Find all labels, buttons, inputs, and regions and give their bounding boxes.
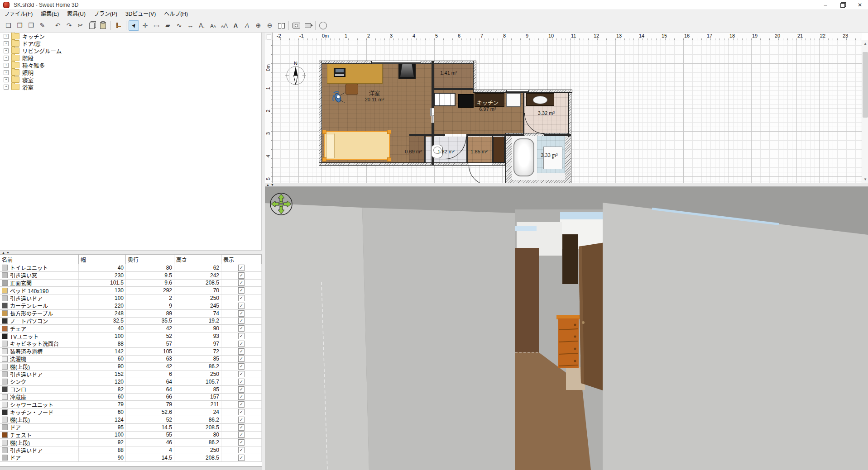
room-floor-1-85[interactable] bbox=[468, 137, 492, 162]
toggle-bold-button[interactable]: A bbox=[230, 20, 241, 31]
desk-chair[interactable] bbox=[345, 84, 358, 95]
open-button[interactable]: ❐ bbox=[14, 20, 25, 31]
expand-icon[interactable]: + bbox=[4, 77, 9, 82]
visible-checkbox[interactable]: ✓ bbox=[238, 333, 245, 339]
wall-interior[interactable] bbox=[544, 134, 571, 136]
photo-points-of-view-button[interactable] bbox=[276, 20, 286, 31]
menu-file[interactable]: ファイル(F) bbox=[0, 10, 37, 19]
menu-furniture[interactable]: 家具(U) bbox=[63, 10, 90, 19]
splitter-collapse-down-icon[interactable]: ▼ bbox=[271, 183, 274, 186]
cut-button[interactable]: ✂ bbox=[75, 20, 86, 31]
visible-checkbox[interactable]: ✓ bbox=[238, 409, 245, 415]
copy-button[interactable] bbox=[86, 20, 97, 31]
catalog-item-bedroom[interactable]: +寝室 bbox=[0, 76, 261, 83]
column-header-2[interactable]: 奥行 bbox=[126, 255, 174, 264]
table-row[interactable]: 引き違いドア1002250✓ bbox=[0, 294, 262, 302]
create-walls-button[interactable]: ▭ bbox=[151, 20, 162, 31]
visible-checkbox[interactable]: ✓ bbox=[238, 280, 245, 286]
plan-vertical-scrollbar[interactable]: ▲ ▼ bbox=[862, 40, 868, 183]
menu-help[interactable]: ヘルプ(H) bbox=[160, 10, 192, 19]
table-row[interactable]: カーテンレール2209245✓ bbox=[0, 302, 262, 310]
expand-icon[interactable]: + bbox=[4, 63, 9, 68]
table-row[interactable]: チェスト1005580✓ bbox=[0, 432, 262, 439]
create-video-button[interactable] bbox=[302, 20, 313, 31]
visible-checkbox[interactable]: ✓ bbox=[238, 439, 245, 446]
visible-checkbox[interactable]: ✓ bbox=[238, 303, 245, 309]
close-button[interactable]: ✕ bbox=[852, 0, 868, 10]
pan-button[interactable]: ✛ bbox=[140, 20, 150, 31]
scroll-down-icon[interactable]: ▼ bbox=[862, 176, 868, 183]
wall-interior[interactable] bbox=[466, 134, 524, 136]
toilet[interactable] bbox=[431, 145, 443, 158]
table-row[interactable]: シンク12064105.7✓ bbox=[0, 378, 262, 386]
table-row[interactable]: 棚(上段)1245286.2✓ bbox=[0, 416, 262, 424]
visible-checkbox[interactable]: ✓ bbox=[238, 432, 245, 438]
visible-checkbox[interactable]: ✓ bbox=[238, 348, 245, 355]
plan-canvas[interactable]: N bbox=[273, 40, 862, 183]
wall-right[interactable] bbox=[568, 93, 571, 137]
column-header-1[interactable]: 幅 bbox=[79, 255, 126, 264]
title-bar[interactable]: SK.sh3d - Sweet Home 3D – ✕ bbox=[0, 0, 868, 10]
menu-view3d[interactable]: 3Dビュー(V) bbox=[121, 10, 160, 19]
table-row[interactable]: キャビネット洗面台885797✓ bbox=[0, 340, 262, 348]
panel-divider[interactable] bbox=[262, 33, 265, 470]
table-row[interactable]: 長方形のテーブル2488974✓ bbox=[0, 310, 262, 318]
wall-closet-right[interactable] bbox=[473, 61, 476, 93]
help-button[interactable] bbox=[318, 20, 328, 31]
add-furniture-button[interactable] bbox=[113, 20, 124, 31]
wall-interior[interactable] bbox=[409, 134, 445, 136]
stove[interactable] bbox=[458, 94, 474, 108]
kitchen-counter[interactable] bbox=[475, 93, 504, 107]
observer-camera[interactable] bbox=[332, 91, 345, 104]
select-button[interactable]: ➤ bbox=[129, 20, 139, 31]
visible-checkbox[interactable]: ✓ bbox=[238, 265, 245, 271]
table-row[interactable]: チェア404290✓ bbox=[0, 325, 262, 332]
menu-plan[interactable]: プラン(P) bbox=[90, 10, 121, 19]
toggle-italic-button[interactable]: A bbox=[242, 20, 252, 31]
splitter-collapse-down-icon[interactable]: ▼ bbox=[6, 251, 10, 254]
zoom-in-button[interactable]: ⊕ bbox=[253, 20, 264, 31]
save-button[interactable]: ❒ bbox=[26, 20, 36, 31]
vanity-counter[interactable] bbox=[526, 93, 554, 106]
wall-left[interactable] bbox=[319, 61, 322, 166]
catalog-table-splitter[interactable]: ▲▼ bbox=[0, 250, 262, 255]
table-row[interactable]: 冷蔵庫6066157✓ bbox=[0, 394, 262, 401]
visible-checkbox[interactable]: ✓ bbox=[238, 272, 245, 279]
table-row[interactable]: ドア9514.5208.5✓ bbox=[0, 424, 262, 432]
3d-view[interactable] bbox=[265, 187, 868, 470]
increase-text-size-button[interactable] bbox=[219, 20, 230, 31]
catalog-item-miscellaneous[interactable]: +種々雑多 bbox=[0, 62, 261, 69]
tv-unit[interactable] bbox=[398, 63, 416, 79]
visible-checkbox[interactable]: ✓ bbox=[238, 394, 245, 400]
table-row[interactable]: トイレユニット408062✓ bbox=[0, 264, 262, 272]
create-photo-button[interactable] bbox=[291, 20, 302, 31]
table-row[interactable]: コンロ826485✓ bbox=[0, 386, 262, 394]
wall-interior[interactable] bbox=[424, 136, 426, 162]
expand-icon[interactable]: + bbox=[4, 48, 9, 53]
table-bottom-scroll-strip[interactable] bbox=[0, 466, 262, 470]
visible-checkbox[interactable]: ✓ bbox=[238, 356, 245, 362]
create-rooms-button[interactable]: ▰ bbox=[163, 20, 173, 31]
visible-checkbox[interactable]: ✓ bbox=[238, 341, 245, 347]
scrollbar-thumb[interactable] bbox=[863, 52, 868, 118]
wall-interior[interactable] bbox=[504, 136, 506, 162]
compass[interactable]: N bbox=[283, 59, 308, 86]
column-header-3[interactable]: 高さ bbox=[174, 255, 221, 264]
visible-checkbox[interactable]: ✓ bbox=[238, 424, 245, 431]
visible-checkbox[interactable]: ✓ bbox=[238, 287, 245, 294]
table-header[interactable]: 名前幅奥行高さ表示 bbox=[0, 255, 262, 264]
kitchen-cabinet[interactable] bbox=[506, 93, 521, 107]
expand-icon[interactable]: + bbox=[4, 56, 9, 61]
table-row[interactable]: 正面玄関101.59.6208.5✓ bbox=[0, 280, 262, 287]
table-row[interactable]: ノートパソコン32.535.519.2✓ bbox=[0, 318, 262, 325]
catalog-item-bathroom[interactable]: +浴室 bbox=[0, 83, 261, 90]
room-floor-closet[interactable] bbox=[434, 64, 473, 88]
splitter-collapse-up-icon[interactable]: ▲ bbox=[266, 183, 269, 186]
visible-checkbox[interactable]: ✓ bbox=[238, 386, 245, 393]
visible-checkbox[interactable]: ✓ bbox=[238, 401, 245, 408]
catalog-item-living-room[interactable]: +リビングルーム bbox=[0, 47, 261, 54]
table-row[interactable]: 引き違いドア1526250✓ bbox=[0, 370, 262, 378]
catalog-item-lighting[interactable]: +照明 bbox=[0, 69, 261, 76]
redo-button[interactable]: ↷ bbox=[64, 20, 74, 31]
table-row[interactable]: ベッド 140x19013029270✓ bbox=[0, 287, 262, 294]
